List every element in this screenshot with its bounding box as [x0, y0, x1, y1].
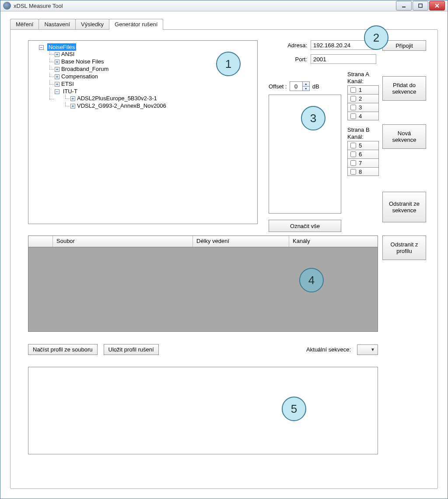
channel-label: 2 — [359, 95, 378, 102]
tree-item[interactable]: ANSI — [61, 51, 74, 57]
add-to-sequence-button[interactable]: Přidat do sekvence — [382, 76, 426, 101]
channel-group-a-label: Strana A Kanál: — [347, 71, 379, 84]
callout-4: 4 — [299, 268, 324, 292]
save-profile-button[interactable]: Uložit profil rušení — [104, 344, 159, 355]
tab-noise-generator[interactable]: Generátor rušení — [109, 19, 163, 30]
channel-checkbox-1[interactable] — [350, 87, 356, 93]
maximize-icon — [418, 3, 423, 8]
tab-content: 1 2 3 4 5 − NoiseFiles +ANSI +Base Noise… — [10, 29, 438, 489]
app-window: xDSL Measure Tool Měření Nastavení Výsle… — [0, 0, 448, 499]
offset-label: Offset : — [269, 83, 287, 90]
expand-icon[interactable]: + — [55, 82, 60, 87]
tree-item[interactable]: VDSL2_G993-2_AnnexB_Nov2006 — [77, 102, 166, 109]
channel-checkbox-6[interactable] — [350, 151, 356, 157]
channel-group-b: Strana B Kanál: 5 6 7 8 — [347, 127, 379, 176]
window-controls — [396, 1, 445, 11]
tree-item-itu[interactable]: ITU-T — [63, 88, 77, 95]
channel-group-b-label: Strana B Kanál: — [347, 127, 379, 140]
close-icon — [434, 3, 440, 8]
remove-from-sequence-button[interactable]: Odstranit ze sekvence — [382, 192, 426, 222]
channel-label: 4 — [359, 113, 378, 119]
channel-checkbox-8[interactable] — [350, 169, 356, 175]
profile-grid[interactable]: Soubor Délky vedení Kanály — [28, 235, 378, 332]
offset-unit: dB — [312, 83, 319, 90]
expand-icon[interactable]: + — [55, 60, 60, 64]
app-icon — [3, 2, 11, 10]
callout-3: 3 — [301, 106, 326, 130]
offset-row: Offset : ▲ ▼ dB — [269, 81, 319, 91]
grid-row-selector-header — [28, 236, 53, 247]
tab-settings[interactable]: Nastavení — [38, 19, 76, 29]
channel-selectors: Strana A Kanál: 1 2 3 4 Strana B Kanál: … — [347, 71, 379, 182]
port-input[interactable] — [311, 54, 376, 64]
port-row: Port: — [280, 54, 376, 64]
port-label: Port: — [280, 56, 307, 63]
channel-label: 3 — [359, 104, 378, 111]
address-row: Adresa: — [280, 40, 376, 50]
expand-icon[interactable]: + — [55, 52, 60, 57]
callout-5: 5 — [282, 397, 306, 421]
grid-col-channels[interactable]: Kanály — [289, 236, 378, 247]
current-sequence-label: Aktuální sekvece: — [306, 346, 351, 353]
tree-root[interactable]: NoiseFiles — [47, 43, 77, 51]
callout-1: 1 — [216, 52, 241, 76]
current-sequence-combo[interactable]: ▼ — [357, 344, 378, 355]
address-label: Adresa: — [280, 42, 307, 49]
channel-label: 1 — [359, 87, 378, 93]
spinner-down-icon[interactable]: ▼ — [303, 87, 309, 91]
window-title: xDSL Measure Tool — [14, 3, 396, 9]
client-area: Měření Nastavení Výsledky Generátor ruše… — [0, 11, 448, 499]
grid-col-file[interactable]: Soubor — [53, 236, 193, 247]
collapse-icon[interactable]: − — [55, 89, 60, 94]
callout-2: 2 — [364, 25, 388, 50]
expand-icon[interactable]: + — [70, 96, 75, 101]
channel-label: 6 — [359, 151, 378, 158]
svg-rect-0 — [402, 7, 406, 7]
load-profile-button[interactable]: Načíst profil ze souboru — [28, 344, 98, 355]
expand-icon[interactable]: + — [55, 67, 60, 72]
minimize-icon — [401, 3, 406, 8]
grid-header: Soubor Délky vedení Kanály — [28, 236, 378, 247]
svg-rect-1 — [419, 4, 422, 7]
titlebar: xDSL Measure Tool — [0, 0, 448, 11]
channel-label: 7 — [359, 160, 378, 166]
close-button[interactable] — [429, 1, 445, 11]
tree-item[interactable]: ETSI — [61, 81, 74, 87]
expand-icon[interactable]: + — [70, 104, 75, 109]
tree-item[interactable]: ADSL2PlusEurope_5B30v2-3-1 — [77, 95, 157, 102]
remove-from-profile-button[interactable]: Odstranit z profilu — [382, 235, 426, 260]
offset-spinner[interactable]: ▲ ▼ — [290, 81, 310, 91]
profile-row: Načíst profil ze souboru Uložit profil r… — [28, 344, 378, 355]
channel-checkbox-4[interactable] — [350, 113, 356, 119]
channel-label: 5 — [359, 142, 378, 149]
connect-button[interactable]: Připojit — [382, 40, 426, 51]
maximize-button[interactable] — [413, 1, 428, 11]
tree-item[interactable]: Broadband_Forum — [61, 66, 108, 72]
tree-item[interactable]: Base Noise Files — [61, 58, 104, 65]
log-output[interactable] — [28, 367, 378, 454]
grid-col-lengths[interactable]: Délky vedení — [193, 236, 289, 247]
offset-input[interactable] — [290, 82, 302, 91]
channel-group-a: Strana A Kanál: 1 2 3 4 — [347, 71, 379, 120]
tree-item[interactable]: Compensation — [61, 73, 98, 80]
spinner-up-icon[interactable]: ▲ — [303, 82, 309, 87]
channel-checkbox-7[interactable] — [350, 160, 356, 166]
tab-results[interactable]: Výsledky — [75, 19, 109, 29]
channel-checkbox-2[interactable] — [350, 96, 356, 102]
channel-label: 8 — [359, 169, 378, 175]
chevron-down-icon: ▼ — [371, 347, 375, 352]
collapse-icon[interactable]: − — [39, 45, 44, 50]
new-sequence-button[interactable]: Nová sekvence — [382, 124, 426, 149]
select-all-button[interactable]: Označit vše — [269, 220, 341, 232]
channel-checkbox-5[interactable] — [350, 143, 356, 148]
minimize-button[interactable] — [396, 1, 412, 11]
expand-icon[interactable]: + — [55, 74, 60, 79]
channel-checkbox-3[interactable] — [350, 105, 356, 110]
tab-measure[interactable]: Měření — [10, 19, 39, 29]
